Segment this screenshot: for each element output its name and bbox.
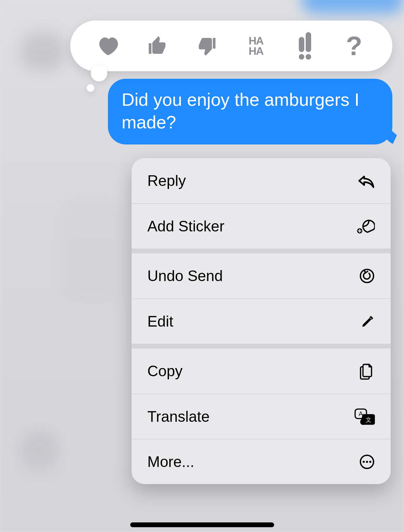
menu-item-label: More...: [147, 453, 354, 470]
message-text: Did you enjoy the amburgers I made?: [122, 90, 359, 132]
menu-item-label: Undo Send: [147, 267, 354, 284]
undo-circle-icon: [354, 268, 375, 284]
menu-item-reply[interactable]: Reply: [132, 158, 391, 203]
menu-item-translate[interactable]: Translate A 文: [132, 394, 391, 439]
documents-icon: [354, 363, 375, 380]
sticker-add-icon: [354, 218, 375, 234]
haha-icon: HA HA: [249, 36, 263, 56]
menu-item-label: Edit: [147, 313, 354, 330]
svg-point-10: [369, 460, 371, 463]
context-menu: Reply Add Sticker Undo Send: [132, 158, 391, 484]
pencil-icon: [354, 314, 375, 329]
ellipsis-circle-icon: [354, 454, 375, 470]
menu-item-add-sticker[interactable]: Add Sticker: [132, 203, 391, 249]
reply-arrow-icon: [354, 173, 375, 188]
tapback-haha[interactable]: HA HA: [239, 29, 273, 63]
menu-item-label: Add Sticker: [147, 218, 354, 235]
menu-item-label: Translate: [147, 408, 354, 425]
selected-message-bubble[interactable]: Did you enjoy the amburgers I made?: [108, 79, 392, 144]
tapback-exclamation[interactable]: [288, 29, 322, 63]
tapback-tail: [87, 84, 94, 92]
blurred-avatar: [21, 33, 65, 70]
svg-text:文: 文: [366, 416, 371, 423]
tapback-bar: HA HA ?: [70, 21, 392, 71]
blurred-sent-bubble: [301, 0, 404, 14]
menu-separator: [132, 344, 391, 349]
menu-item-edit[interactable]: Edit: [132, 299, 391, 344]
tapback-question[interactable]: ?: [337, 29, 371, 63]
home-indicator: [130, 522, 274, 527]
menu-item-more[interactable]: More...: [132, 439, 391, 484]
svg-point-8: [363, 460, 365, 463]
exclamation-icon: [299, 32, 311, 60]
translate-icon: A 文: [354, 408, 375, 425]
tapback-thumbs-up[interactable]: [140, 29, 175, 63]
menu-separator: [132, 249, 391, 253]
tapback-heart[interactable]: [91, 29, 126, 63]
thumbs-up-icon: [146, 35, 169, 56]
menu-item-undo-send[interactable]: Undo Send: [132, 253, 391, 299]
heart-icon: [97, 36, 120, 56]
blurred-bg-shape: [62, 199, 123, 301]
blurred-avatar: [21, 431, 58, 469]
thumbs-down-icon: [195, 35, 218, 56]
menu-item-label: Reply: [147, 172, 354, 189]
tapback-thumbs-down[interactable]: [189, 29, 224, 63]
tapback-tail: [91, 65, 107, 81]
svg-point-9: [366, 460, 368, 463]
haha-line: HA: [249, 46, 263, 56]
menu-item-copy[interactable]: Copy: [132, 349, 391, 394]
question-icon: ?: [346, 33, 362, 59]
menu-item-label: Copy: [147, 363, 354, 380]
haha-line: HA: [249, 36, 263, 46]
